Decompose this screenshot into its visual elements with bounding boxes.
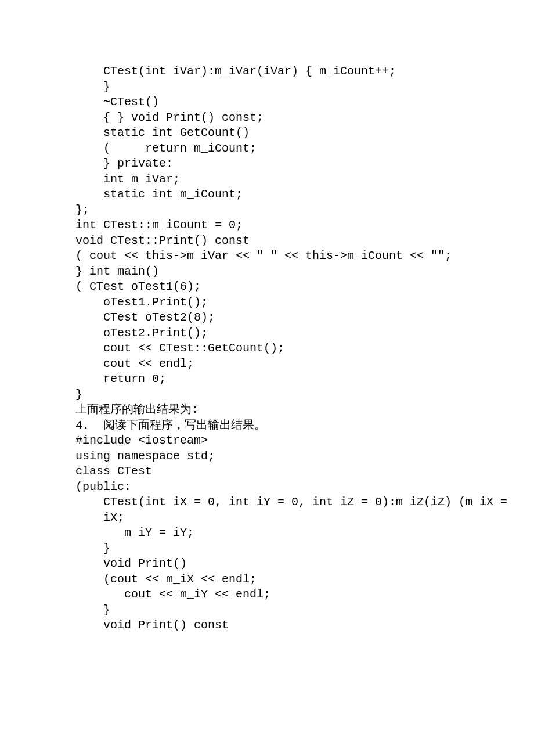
code-line: (cout << m_iX << endl; — [0, 572, 534, 588]
code-line: int m_iVar; — [0, 172, 534, 188]
code-line: void Print() const — [0, 618, 534, 633]
code-line: } private: — [0, 156, 534, 172]
code-line: static int GetCount() — [0, 125, 534, 141]
code-line: } — [0, 603, 534, 618]
code-line: 上面程序的输出结果为: — [0, 402, 534, 418]
code-line: static int m_iCount; — [0, 187, 534, 203]
code-text-block: CTest(int iVar):m_iVar(iVar) { m_iCount+… — [0, 64, 534, 633]
code-line: void CTest::Print() const — [0, 233, 534, 249]
code-line: m_iY = iY; — [0, 525, 534, 541]
code-line: CTest(int iX = 0, int iY = 0, int iZ = 0… — [0, 495, 534, 510]
code-line: } — [0, 80, 534, 95]
code-line: iX; — [0, 510, 534, 526]
code-line: CTest(int iVar):m_iVar(iVar) { m_iCount+… — [0, 64, 534, 80]
code-line: } — [0, 541, 534, 557]
code-line: ( cout << this->m_iVar << " " << this->m… — [0, 249, 534, 264]
code-line: cout << endl; — [0, 357, 534, 372]
code-line: ~CTest() — [0, 95, 534, 110]
code-line: } — [0, 387, 534, 403]
code-line: CTest oTest2(8); — [0, 310, 534, 326]
code-line: #include <iostream> — [0, 433, 534, 449]
document-page: CTest(int iVar):m_iVar(iVar) { m_iCount+… — [0, 0, 534, 756]
code-line: cout << CTest::GetCount(); — [0, 341, 534, 357]
code-line: class CTest — [0, 464, 534, 480]
code-line: } int main() — [0, 264, 534, 280]
code-line: oTest2.Print(); — [0, 326, 534, 341]
code-line: ( return m_iCount; — [0, 141, 534, 157]
code-line: return 0; — [0, 372, 534, 387]
code-line: (public: — [0, 480, 534, 495]
code-line: }; — [0, 203, 534, 218]
code-line: int CTest::m_iCount = 0; — [0, 218, 534, 233]
code-line: ( CTest oTest1(6); — [0, 279, 534, 295]
code-line: { } void Print() const; — [0, 110, 534, 126]
code-line: cout << m_iY << endl; — [0, 587, 534, 603]
code-line: using namespace std; — [0, 449, 534, 465]
code-line: oTest1.Print(); — [0, 295, 534, 311]
code-line: void Print() — [0, 556, 534, 572]
code-line: 4. 阅读下面程序，写出输出结果。 — [0, 418, 534, 434]
